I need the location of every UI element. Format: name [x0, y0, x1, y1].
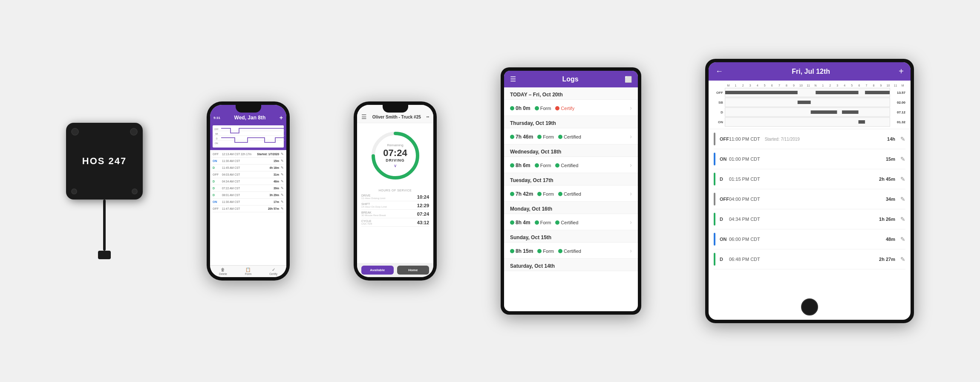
- timer-circle[interactable]: Remaining 07:24 DRIVING ∨: [370, 130, 421, 181]
- logs-tablet-title: Logs: [562, 75, 578, 83]
- log-day-sun[interactable]: 8h 15m Form Certified ›: [504, 243, 638, 259]
- hos-value-drive: 10:24: [417, 194, 429, 200]
- form-icon: 📋: [245, 267, 251, 272]
- log-duration-2: 4h 18m: [270, 166, 279, 169]
- certify-dot-today: [555, 106, 559, 110]
- lt-plus-button[interactable]: +: [899, 67, 904, 76]
- log-edit-8[interactable]: ✎: [281, 207, 284, 211]
- form-dot-today: [535, 106, 539, 110]
- lt-back-button[interactable]: ←: [715, 67, 723, 76]
- large-tablet-screen: ← Fri, Jul 12th + M 1 2 3 4 5 6 7 8 9: [709, 62, 911, 320]
- log-day-tue[interactable]: 7h 42m Form Certified ›: [504, 185, 638, 202]
- chevron-sun: ›: [630, 247, 632, 254]
- timer-inner: Remaining 07:24 DRIVING ∨: [383, 143, 407, 168]
- lt-code-5: ON: [720, 237, 729, 242]
- phone1-delete-btn[interactable]: 🗑 Delete: [219, 267, 227, 275]
- log-edit-2[interactable]: ✎: [281, 166, 284, 170]
- badge-form-sun: Form: [537, 249, 554, 254]
- log-section-tue: Tuesday, Oct 17th: [504, 173, 638, 185]
- log-status-6: D: [213, 194, 222, 197]
- logs-menu-icon[interactable]: ☰: [510, 75, 516, 83]
- lt-log-item-5: ON 06:00 PM CDT 48m ✎: [714, 229, 905, 249]
- log-day-badges-wed: 8h 6m Form Certified: [510, 162, 630, 168]
- lt-time-2: 01:15 PM CDT: [729, 177, 879, 182]
- log-day-mon[interactable]: 8h 4m Form Certified ›: [504, 214, 638, 230]
- time-badge-tue: 7h 42m: [510, 191, 533, 197]
- eld-label: HOS 247: [82, 156, 127, 167]
- tl-bar-area-off: [725, 88, 890, 97]
- lt-bar-2: [714, 173, 715, 185]
- lt-edit-4[interactable]: ✎: [900, 216, 905, 223]
- log-edit-3[interactable]: ✎: [281, 173, 284, 177]
- hos-chart: OFF SB D ON: [213, 126, 285, 145]
- lt-edit-5[interactable]: ✎: [900, 236, 905, 243]
- log-day-badges-tue: 7h 42m Form Certified: [510, 191, 630, 197]
- log-edit-0[interactable]: ✎: [281, 152, 284, 156]
- lt-edit-2[interactable]: ✎: [900, 176, 905, 182]
- lt-edit-0[interactable]: ✎: [900, 136, 905, 142]
- log-edit-4[interactable]: ✎: [281, 179, 284, 183]
- hos-label-cycle: CYCLE USA 70/8: [361, 220, 372, 225]
- log-day-badges-thu: 7h 46m Form Certified: [510, 134, 630, 140]
- phone1-certify-btn[interactable]: ✓ Certify: [269, 267, 277, 275]
- lt-edit-6[interactable]: ✎: [900, 256, 905, 263]
- log-time-7: 11:30 AM CST: [222, 200, 274, 203]
- log-edit-5[interactable]: ✎: [281, 186, 284, 190]
- log-edit-7[interactable]: ✎: [281, 200, 284, 204]
- phone2-menu-icon[interactable]: ☰: [361, 113, 367, 120]
- eld-box: HOS 247: [66, 123, 143, 200]
- time-value-wed: 8h 6m: [516, 162, 530, 168]
- time-dot-thu: [510, 135, 514, 139]
- tl-row-d: D 07.12: [713, 107, 906, 117]
- lt-bar-5: [714, 233, 715, 246]
- log-day-wed[interactable]: 8h 6m Form Certified ›: [504, 157, 638, 173]
- logs-tablet-header: ☰ Logs ⬜: [504, 71, 638, 87]
- phone1-form-btn[interactable]: 📋 Form: [245, 267, 251, 275]
- phone2-home-label: Home: [408, 268, 418, 272]
- eld-cable: [103, 200, 106, 251]
- badge-certify-today: Certify: [555, 106, 574, 111]
- lt-dur-4: 1h 26m: [879, 217, 895, 222]
- log-section-thu: Thursday, Oct 19th: [504, 116, 638, 128]
- svg-rect-14: [842, 110, 859, 114]
- log-edit-6[interactable]: ✎: [281, 193, 284, 197]
- time-badge-today: 0h 0m: [510, 105, 530, 111]
- lt-edit-3[interactable]: ✎: [900, 196, 905, 203]
- chevron-tue: ›: [630, 190, 632, 197]
- lt-home-button[interactable]: [801, 298, 818, 315]
- phone2-available-btn[interactable]: Available: [361, 266, 394, 275]
- hos-value-cycle: 43:12: [417, 220, 429, 225]
- phone1-header-title: Wed, Jan 8th: [234, 115, 266, 121]
- timer-status: DRIVING: [383, 158, 407, 162]
- time-badge-wed: 8h 6m: [510, 162, 530, 168]
- logs-tablet-screen: ☰ Logs ⬜ TODAY – Fri, Oct 20th 0h 0m Fo: [504, 71, 638, 311]
- form-text-thu: Form: [543, 134, 554, 139]
- phone2-signal-icon: ▪▪: [427, 115, 429, 119]
- lt-time-4: 04:34 PM CDT: [729, 217, 879, 222]
- log-status-4: D: [213, 180, 222, 183]
- log-status-2: D: [213, 166, 222, 169]
- lt-code-2: D: [720, 177, 729, 182]
- time-value-thu: 7h 46m: [516, 134, 533, 140]
- lt-bar-3: [714, 193, 715, 205]
- log-section-wed: Wednesday, Oct 18th: [504, 145, 638, 157]
- tl-svg-off: [725, 88, 890, 97]
- log-item-5: D 07:22 AM CST 39m ✎: [213, 185, 284, 192]
- tl-bar-area-d: [725, 107, 890, 117]
- phone1-plus-icon[interactable]: +: [280, 114, 283, 121]
- log-status-0: OFF: [213, 153, 222, 156]
- lt-bar-0: [714, 133, 715, 145]
- phone2-footer: Available Home: [357, 263, 433, 277]
- phone2-home-btn[interactable]: Home: [397, 266, 429, 275]
- svg-text:OFF: OFF: [214, 128, 219, 130]
- hos-label-shift: SHIFT 14-Hour On Duty Limit: [361, 203, 387, 208]
- lt-code-1: ON: [720, 156, 729, 162]
- tl-value-off: 13.57: [890, 91, 906, 95]
- logs-copy-icon[interactable]: ⬜: [625, 76, 632, 83]
- phone2-available-label: Available: [370, 268, 385, 272]
- svg-rect-13: [811, 110, 837, 114]
- log-day-thu[interactable]: 7h 46m Form Certified ›: [504, 128, 638, 145]
- log-day-today[interactable]: 0h 0m Form Certify ›: [504, 100, 638, 116]
- log-edit-1[interactable]: ✎: [281, 159, 284, 163]
- lt-edit-1[interactable]: ✎: [900, 156, 905, 162]
